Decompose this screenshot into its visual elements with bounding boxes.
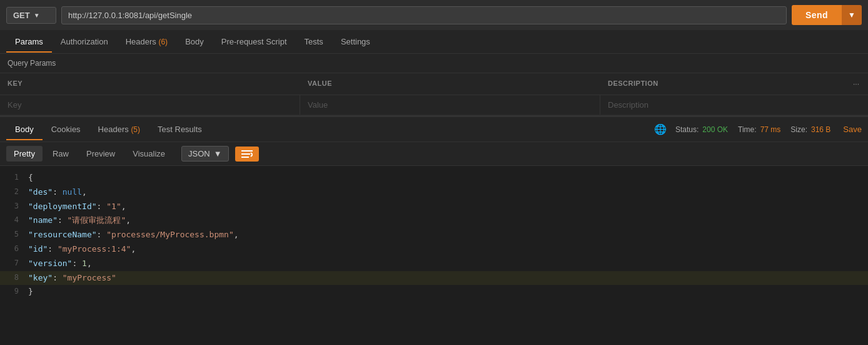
- url-input[interactable]: [61, 6, 787, 24]
- json-comma: ,: [121, 202, 126, 211]
- format-tab-raw[interactable]: Raw: [45, 146, 76, 162]
- json-colon: :: [48, 244, 53, 254]
- json-line: 1{: [0, 171, 868, 185]
- json-string: "myProcess": [58, 273, 116, 282]
- line-number: 4: [0, 214, 28, 227]
- globe-icon: 🌐: [654, 123, 667, 135]
- wrap-button[interactable]: [235, 147, 259, 162]
- desc-input[interactable]: [600, 95, 868, 115]
- response-tabs-left: Body Cookies Headers (5) Test Results: [6, 118, 654, 140]
- tab-authorization[interactable]: Authorization: [52, 31, 117, 53]
- json-brace: }: [28, 287, 33, 296]
- key-input[interactable]: [0, 95, 300, 115]
- json-colon: :: [58, 215, 63, 225]
- send-btn-group: Send ▼: [792, 5, 862, 25]
- tab-body[interactable]: Body: [176, 31, 213, 53]
- json-comma: ,: [234, 230, 239, 239]
- json-colon: :: [53, 273, 58, 282]
- col-value-header: VALUE: [300, 77, 600, 91]
- col-key-header: KEY: [0, 77, 300, 91]
- json-line: 2 "des": null,: [0, 185, 868, 200]
- save-button[interactable]: Save: [843, 125, 862, 134]
- time-value: 77 ms: [760, 125, 781, 134]
- status-label: Status:: [675, 125, 699, 134]
- status-value: 200 OK: [702, 125, 728, 134]
- tab-settings[interactable]: Settings: [332, 31, 379, 53]
- json-brace: {: [28, 173, 33, 182]
- tab-prerequest[interactable]: Pre-request Script: [213, 31, 296, 53]
- line-content: }: [28, 286, 868, 299]
- json-string: "1": [101, 202, 121, 211]
- response-tab-test-results[interactable]: Test Results: [149, 118, 211, 140]
- line-number: 5: [0, 229, 28, 242]
- response-tab-headers[interactable]: Headers (5): [89, 118, 149, 140]
- json-content: 1{2 "des": null,3 "deploymentId": "1",4 …: [0, 166, 868, 304]
- send-dropdown-button[interactable]: ▼: [842, 5, 862, 25]
- json-comma: ,: [87, 259, 92, 268]
- svg-rect-2: [241, 157, 249, 158]
- method-label: GET: [13, 11, 30, 20]
- line-content: "key": "myProcess": [28, 272, 868, 285]
- line-content: "deploymentId": "1",: [28, 200, 868, 214]
- line-number: 7: [0, 257, 28, 270]
- value-cell: [300, 95, 600, 115]
- value-input[interactable]: [300, 95, 600, 115]
- response-headers-badge: (5): [131, 125, 140, 134]
- svg-rect-1: [241, 153, 250, 155]
- response-body-toolbar: Pretty Raw Preview Visualize JSON ▼: [0, 142, 868, 166]
- url-bar: GET ▼ Send ▼: [0, 0, 868, 30]
- json-key: "deploymentId": [28, 202, 97, 211]
- line-content: "version": 1,: [28, 257, 868, 270]
- json-line: 8 "key": "myProcess": [0, 271, 868, 286]
- format-tab-pretty[interactable]: Pretty: [6, 146, 43, 162]
- time-label: Time:: [738, 125, 757, 134]
- table-data-row: [0, 95, 868, 115]
- send-button[interactable]: Send: [792, 5, 842, 25]
- chevron-down-icon: ▼: [34, 12, 40, 19]
- json-line: 7 "version": 1,: [0, 257, 868, 271]
- json-number: 1: [77, 259, 87, 268]
- line-number: 6: [0, 243, 28, 256]
- json-key: "resourceName": [28, 230, 97, 239]
- response-tab-body[interactable]: Body: [6, 118, 43, 140]
- line-content: "name": "请假审批流程",: [28, 214, 868, 227]
- json-line: 3 "deploymentId": "1",: [0, 200, 868, 214]
- desc-cell: [600, 95, 868, 115]
- format-label: JSON: [188, 149, 210, 158]
- tab-params[interactable]: Params: [6, 31, 52, 53]
- col-actions-header: ···: [849, 77, 868, 91]
- line-number: 2: [0, 186, 28, 199]
- response-tabs-right: 🌐 Status: 200 OK Time: 77 ms Size: 316 B…: [654, 123, 862, 135]
- response-section: Body Cookies Headers (5) Test Results 🌐 …: [0, 116, 868, 304]
- headers-badge: (6): [158, 38, 168, 46]
- json-key: "key": [28, 273, 53, 282]
- size-label: Size:: [790, 125, 807, 134]
- col-desc-header: DESCRIPTION: [600, 77, 849, 91]
- json-key: "id": [28, 244, 48, 254]
- line-content: "id": "myProcess:1:4",: [28, 243, 868, 256]
- request-tabs: Params Authorization Headers (6) Body Pr…: [0, 30, 868, 54]
- json-comma: ,: [131, 244, 136, 254]
- format-select[interactable]: JSON ▼: [181, 146, 229, 162]
- line-number: 9: [0, 286, 28, 299]
- json-comma: ,: [126, 215, 131, 225]
- json-key: "name": [28, 215, 58, 225]
- line-number: 8: [0, 272, 28, 285]
- json-comma: ,: [82, 187, 87, 197]
- line-content: "des": null,: [28, 186, 868, 199]
- tab-headers[interactable]: Headers (6): [117, 31, 176, 53]
- params-table: Query Params KEY VALUE DESCRIPTION ···: [0, 54, 868, 115]
- json-colon: :: [53, 187, 58, 197]
- json-null: null: [58, 187, 82, 197]
- format-tab-visualize[interactable]: Visualize: [125, 146, 173, 162]
- method-select[interactable]: GET ▼: [6, 7, 56, 24]
- table-header-row: KEY VALUE DESCRIPTION ···: [0, 73, 868, 95]
- tab-tests[interactable]: Tests: [296, 31, 332, 53]
- format-tab-preview[interactable]: Preview: [79, 146, 123, 162]
- response-tab-cookies[interactable]: Cookies: [43, 118, 89, 140]
- json-line: 5 "resourceName": "processes/MyProcess.b…: [0, 228, 868, 242]
- size-value: 316 B: [811, 125, 830, 134]
- json-line: 9}: [0, 285, 868, 299]
- json-string: "myProcess:1:4": [53, 244, 131, 254]
- line-number: 1: [0, 172, 28, 185]
